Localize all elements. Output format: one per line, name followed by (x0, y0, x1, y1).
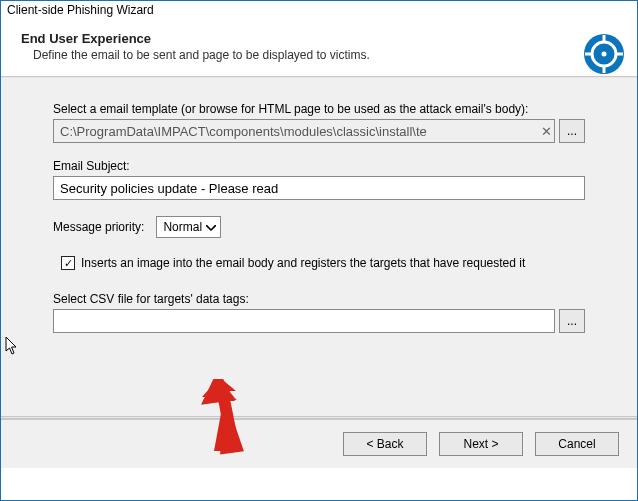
priority-value: Normal (163, 220, 202, 234)
priority-label: Message priority: (53, 220, 144, 234)
template-path-input[interactable] (53, 119, 555, 143)
chevron-down-icon (206, 220, 216, 234)
email-subject-input[interactable] (53, 176, 585, 200)
insert-image-label: Inserts an image into the email body and… (81, 256, 525, 270)
clear-template-icon[interactable]: ✕ (537, 124, 555, 139)
insert-image-checkbox[interactable]: ✓ (61, 256, 75, 270)
csv-label: Select CSV file for targets' data tags: (53, 292, 585, 306)
svg-point-2 (602, 52, 607, 57)
target-icon (583, 33, 625, 75)
page-title: End User Experience (21, 31, 617, 46)
back-button[interactable]: < Back (343, 432, 427, 456)
browse-csv-button[interactable]: ... (559, 309, 585, 333)
page-subtitle: Define the email to be sent and page to … (33, 48, 617, 62)
wizard-footer: < Back Next > Cancel (1, 418, 637, 468)
window-title: Client-side Phishing Wizard (7, 3, 154, 17)
next-button[interactable]: Next > (439, 432, 523, 456)
browse-template-button[interactable]: ... (559, 119, 585, 143)
subject-label: Email Subject: (53, 159, 585, 173)
window-titlebar: Client-side Phishing Wizard (1, 1, 637, 21)
csv-path-input[interactable] (53, 309, 555, 333)
priority-select[interactable]: Normal (156, 216, 221, 238)
template-label: Select a email template (or browse for H… (53, 102, 585, 116)
wizard-body: Select a email template (or browse for H… (1, 78, 637, 416)
cancel-button[interactable]: Cancel (535, 432, 619, 456)
wizard-header: End User Experience Define the email to … (1, 21, 637, 76)
